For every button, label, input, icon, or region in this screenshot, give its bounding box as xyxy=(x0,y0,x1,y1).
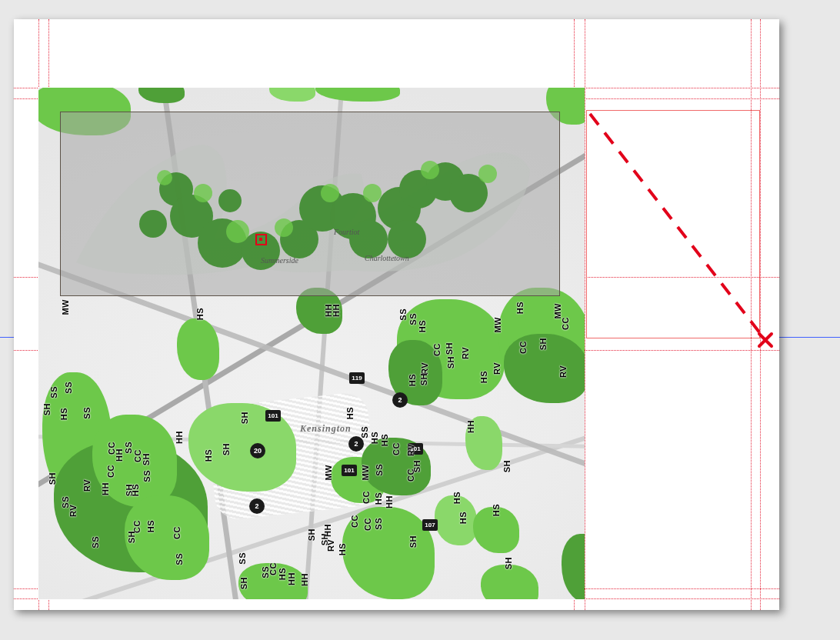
forest-type-label: HS xyxy=(132,484,140,496)
layout-page[interactable]: Kensington 10110110110711920222 MWHHHHSS… xyxy=(14,19,779,610)
forest-type-label: HS xyxy=(338,543,347,555)
highway-marker: 119 xyxy=(349,372,365,384)
missing-content-indicator xyxy=(584,108,784,369)
forest-type-label: SH xyxy=(445,342,454,355)
forest-type-label: CC xyxy=(269,562,278,575)
forest-type-label: HH xyxy=(175,431,184,444)
overview-city-label: Fourtiot xyxy=(334,228,359,236)
forest-type-label: SH xyxy=(447,356,455,368)
forest-type-label: SH xyxy=(539,338,548,350)
forest-type-label: HS xyxy=(418,320,427,332)
overview-map-frame[interactable]: SummersideFourtiotCharlottetown xyxy=(60,112,560,296)
svg-point-16 xyxy=(194,184,212,202)
forest-type-label: HS xyxy=(371,432,379,444)
forest-type-label: SH xyxy=(48,472,57,485)
forest-type-label: HS xyxy=(381,434,389,446)
svg-point-12 xyxy=(388,220,426,258)
forest-type-label: HS xyxy=(408,374,417,386)
highway-marker: 101 xyxy=(265,410,281,422)
highway-marker: 2 xyxy=(249,498,265,514)
forest-type-label: SH xyxy=(413,460,422,472)
highway-marker: 20 xyxy=(250,443,265,458)
svg-point-18 xyxy=(275,218,293,237)
forest-type-label: HS xyxy=(196,308,205,320)
forest-type-label: HH xyxy=(324,524,332,537)
highway-marker: 107 xyxy=(422,519,438,531)
forest-type-label: HH xyxy=(301,573,309,586)
highway-marker: 101 xyxy=(342,465,357,476)
empty-legend-frame[interactable] xyxy=(586,110,760,338)
overview-land xyxy=(68,116,553,293)
forest-type-label: MW xyxy=(325,465,333,481)
forest-type-label: SH xyxy=(420,373,428,385)
town-label: Kensington xyxy=(300,423,352,435)
forest-type-label: MW xyxy=(362,465,370,481)
forest-type-label: SH xyxy=(222,443,231,455)
forest-type-label: RV xyxy=(559,365,568,378)
forest-type-label: SH xyxy=(308,528,316,541)
forest-type-label: SS xyxy=(399,308,408,321)
forest-type-label: HS xyxy=(147,520,155,532)
forest-type-label: SS xyxy=(92,536,100,548)
overview-extent-indicator xyxy=(255,234,267,245)
forest-type-label: RV xyxy=(493,362,502,375)
forest-type-label: CC xyxy=(107,465,115,478)
svg-point-22 xyxy=(478,165,497,183)
svg-point-14 xyxy=(218,189,242,212)
forest-type-label: SS xyxy=(50,386,58,398)
forest-type-label: SS xyxy=(143,470,152,482)
svg-line-23 xyxy=(590,114,765,340)
forest-type-label: CC xyxy=(562,317,570,330)
forest-type-label: SS xyxy=(409,313,418,325)
forest-type-label: CC xyxy=(362,491,371,504)
forest-type-label: SS xyxy=(65,382,73,394)
forest-type-label: SS xyxy=(83,407,92,419)
svg-point-20 xyxy=(363,184,382,202)
forest-type-label: HH xyxy=(467,420,475,433)
forest-type-label: CC xyxy=(519,341,528,354)
forest-type-label: MW xyxy=(62,299,70,315)
forest-type-label: SH xyxy=(128,531,136,543)
forest-type-label: HH xyxy=(288,572,296,585)
svg-point-21 xyxy=(421,161,439,179)
forest-type-label: HH xyxy=(115,448,124,462)
forest-type-label: RV xyxy=(462,347,470,359)
svg-point-19 xyxy=(321,184,339,202)
svg-point-15 xyxy=(157,170,172,185)
highway-marker: 2 xyxy=(348,436,364,452)
forest-type-label: HS xyxy=(516,302,525,314)
forest-type-label: CC xyxy=(173,526,182,539)
forest-type-label: HS xyxy=(60,408,68,420)
forest-type-label: SH xyxy=(43,403,52,415)
svg-point-13 xyxy=(139,210,167,238)
overview-city-label: Summerside xyxy=(261,257,298,265)
forest-type-label: SH xyxy=(142,453,151,465)
highway-marker: 2 xyxy=(392,392,408,408)
forest-type-label: HS xyxy=(492,504,501,516)
forest-type-label: SH xyxy=(505,557,513,569)
forest-type-label: SS xyxy=(238,552,247,565)
forest-type-label: MW xyxy=(494,317,502,333)
forest-type-label: RV xyxy=(407,444,415,456)
overview-city-label: Charlottetown xyxy=(365,255,409,262)
forest-type-label: HS xyxy=(459,512,468,524)
forest-type-label: RV xyxy=(83,479,92,492)
forest-type-label: HH xyxy=(332,304,341,317)
forest-type-label: SH xyxy=(241,412,249,424)
forest-type-label: RV xyxy=(327,539,335,552)
forest-type-label: HS xyxy=(205,449,213,462)
forest-type-label: HS xyxy=(278,568,287,580)
forest-type-label: SH xyxy=(409,535,418,548)
forest-type-label: CC xyxy=(364,518,372,531)
forest-type-label: SS xyxy=(375,518,383,530)
forest-type-label: HS xyxy=(480,371,488,383)
forest-type-label: HH xyxy=(102,482,110,495)
forest-type-label: CC xyxy=(392,442,401,455)
forest-type-label: SS xyxy=(361,426,369,438)
forest-type-label: CC xyxy=(351,515,359,528)
forest-type-label: SS xyxy=(125,442,133,454)
forest-type-label: HS xyxy=(453,492,462,504)
forest-type-label: HS xyxy=(375,492,383,505)
forest-type-label: SH xyxy=(240,577,248,589)
forest-type-label: HS xyxy=(346,407,355,419)
